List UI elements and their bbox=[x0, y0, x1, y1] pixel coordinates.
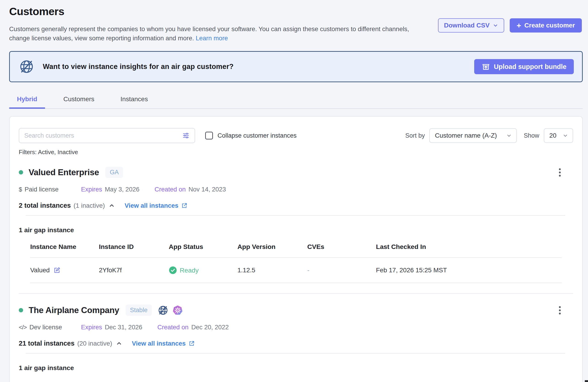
expires-label: Expires bbox=[81, 186, 102, 193]
instances-table: Instance Name Instance ID App Status App… bbox=[30, 381, 562, 382]
col-instance-id: Instance ID bbox=[99, 243, 169, 251]
airgap-instance-heading: 1 air gap instance bbox=[19, 364, 573, 372]
customer-name[interactable]: Valued Enterprise bbox=[29, 168, 99, 177]
airgap-banner-left: Want to view instance insights for an ai… bbox=[19, 59, 474, 74]
license-type-label: Dev license bbox=[30, 324, 62, 331]
chevron-up-icon[interactable] bbox=[108, 202, 115, 209]
header-buttons: Download CSV + Create customer bbox=[438, 18, 582, 33]
view-tabs: Hybrid Customers Instances bbox=[9, 92, 583, 109]
upload-support-bundle-button[interactable]: Upload support bundle bbox=[474, 59, 574, 74]
create-customer-button[interactable]: + Create customer bbox=[510, 18, 582, 33]
customer-menu-kebab-icon[interactable] bbox=[558, 305, 562, 316]
globe-airgap-icon bbox=[158, 305, 168, 316]
view-all-instances-label: View all instances bbox=[132, 340, 186, 347]
external-link-icon bbox=[181, 202, 188, 209]
download-csv-button[interactable]: Download CSV bbox=[438, 18, 504, 33]
divider bbox=[26, 353, 565, 354]
sliders-filter-icon[interactable] bbox=[182, 132, 189, 139]
instances-inactive-count: (20 inactive) bbox=[77, 340, 112, 347]
customer-name[interactable]: The Airplane Company bbox=[29, 305, 119, 315]
created-pair: Created on Nov 14, 2023 bbox=[155, 186, 226, 193]
created-on-label: Created on bbox=[157, 324, 189, 331]
tab-instances[interactable]: Instances bbox=[113, 92, 156, 108]
license-type: $ Paid license bbox=[19, 186, 81, 193]
divider bbox=[26, 215, 565, 216]
chevron-down-icon bbox=[563, 133, 568, 138]
dollar-icon: $ bbox=[19, 186, 22, 193]
status-dot bbox=[19, 170, 23, 174]
expires-pair: Expires Dec 31, 2026 bbox=[81, 324, 142, 331]
col-instance-name: Instance Name bbox=[30, 243, 99, 251]
instance-name: Valued bbox=[30, 267, 50, 274]
app-version: 1.12.5 bbox=[237, 267, 307, 274]
external-link-icon bbox=[189, 340, 195, 347]
created-on-label: Created on bbox=[155, 186, 186, 193]
sort-select[interactable]: Customer name (A-Z) bbox=[429, 128, 517, 143]
expires-date: May 3, 2026 bbox=[105, 186, 139, 193]
show-select-value: 20 bbox=[549, 132, 556, 139]
col-cves: CVEs bbox=[307, 243, 376, 251]
customer-block-valued-enterprise: Valued Enterprise GA $ Paid license Expi… bbox=[19, 167, 573, 283]
col-last-checked-in: Last Checked In bbox=[376, 381, 562, 382]
collapse-instances-label: Collapse customer instances bbox=[217, 132, 296, 139]
last-checked-in: Feb 17, 2026 15:25 MST bbox=[376, 267, 562, 274]
scrollbar-corner bbox=[585, 380, 588, 382]
created-on-date: Dec 20, 2022 bbox=[191, 324, 229, 331]
create-customer-label: Create customer bbox=[524, 22, 575, 29]
col-last-checked-in: Last Checked In bbox=[376, 243, 562, 251]
channel-badge: Stable bbox=[126, 305, 152, 316]
expires-label: Expires bbox=[81, 324, 102, 331]
col-cves: CVEs bbox=[307, 381, 376, 382]
page-title: Customers bbox=[9, 5, 583, 18]
instances-total: 2 total instances bbox=[19, 202, 71, 209]
view-all-instances-link[interactable]: View all instances bbox=[125, 202, 188, 209]
show-select[interactable]: 20 bbox=[544, 128, 573, 143]
col-app-status: App Status bbox=[169, 243, 237, 251]
tab-hybrid[interactable]: Hybrid bbox=[9, 92, 45, 108]
table-row: Valued 2YfoK7f bbox=[30, 258, 562, 283]
channel-badge: GA bbox=[105, 167, 123, 178]
airgap-instance-heading: 1 air gap instance bbox=[19, 226, 573, 234]
code-icon: </> bbox=[19, 324, 27, 331]
tab-customers[interactable]: Customers bbox=[56, 92, 102, 108]
instances-inactive-count: (1 inactive) bbox=[74, 202, 105, 209]
check-circle-icon bbox=[169, 266, 177, 274]
cves-value: - bbox=[307, 267, 376, 274]
status-dot bbox=[19, 308, 23, 312]
view-all-instances-label: View all instances bbox=[125, 202, 178, 209]
col-app-version: App Version bbox=[237, 381, 307, 382]
collapse-instances-checkbox[interactable] bbox=[205, 132, 213, 139]
chevron-down-icon bbox=[506, 133, 512, 138]
learn-more-link[interactable]: Learn more bbox=[196, 35, 228, 42]
instances-table-header: Instance Name Instance ID App Status App… bbox=[30, 243, 562, 258]
expires-pair: Expires May 3, 2026 bbox=[81, 186, 139, 193]
col-instance-name: Instance Name bbox=[30, 381, 99, 382]
airgap-banner-title: Want to view instance insights for an ai… bbox=[43, 63, 233, 71]
download-csv-label: Download CSV bbox=[444, 22, 489, 29]
sort-select-value: Customer name (A-Z) bbox=[435, 132, 497, 139]
col-instance-id: Instance ID bbox=[99, 381, 169, 382]
app-status-label: Ready bbox=[180, 267, 199, 274]
active-filters-text: Filters: Active, Inactive bbox=[19, 149, 573, 156]
edit-icon[interactable] bbox=[53, 267, 61, 274]
created-on-date: Nov 14, 2023 bbox=[189, 186, 226, 193]
upload-support-bundle-label: Upload support bundle bbox=[494, 63, 567, 70]
instance-id: 2YfoK7f bbox=[99, 267, 169, 274]
page-header: Customers Customers generally represent … bbox=[9, 5, 583, 43]
collapse-instances-checkbox-group[interactable]: Collapse customer instances bbox=[205, 132, 296, 139]
instances-table: Instance Name Instance ID App Status App… bbox=[30, 243, 562, 283]
chevron-down-icon bbox=[493, 23, 498, 28]
customer-menu-kebab-icon[interactable] bbox=[558, 167, 562, 178]
expires-date: Dec 31, 2026 bbox=[105, 324, 142, 331]
col-app-version: App Version bbox=[237, 243, 307, 251]
plus-icon: + bbox=[517, 21, 521, 29]
globe-airgap-icon bbox=[19, 59, 34, 74]
col-app-status: App Status bbox=[169, 381, 237, 382]
search-input[interactable] bbox=[24, 132, 179, 139]
upload-bundle-icon bbox=[482, 62, 490, 71]
view-all-instances-link[interactable]: View all instances bbox=[132, 340, 195, 347]
chevron-up-icon[interactable] bbox=[116, 340, 122, 347]
sort-by-label: Sort by bbox=[405, 132, 425, 139]
app-status: Ready bbox=[169, 266, 237, 274]
customers-toolbar: Collapse customer instances Sort by Cust… bbox=[19, 128, 573, 143]
